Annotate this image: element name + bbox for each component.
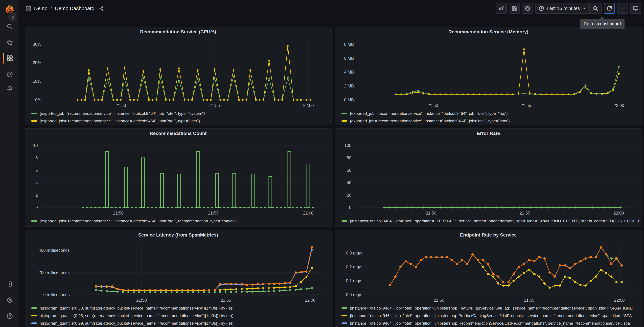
panel-endpoint-rate: Endpoint Rate by Service 0.0 req/s0.1 re… <box>335 230 642 327</box>
legend-series-swatch <box>31 315 37 316</box>
sidebar-item-help[interactable] <box>0 309 19 323</box>
legend: {instance="otelcol:9464", job="otel", op… <box>335 304 642 327</box>
compass-icon <box>6 71 13 78</box>
svg-text:0: 0 <box>349 205 352 210</box>
breadcrumb-page-title[interactable]: Demo Dashboard <box>55 6 94 11</box>
svg-text:22:00: 22:00 <box>303 211 314 215</box>
breadcrumb-separator: / <box>50 6 52 11</box>
svg-text:0.0 req/s: 0.0 req/s <box>346 292 362 297</box>
legend-item[interactable]: {instance="otelcol:9464", job="otel", op… <box>342 217 642 225</box>
time-controls: Last 15 minutes <box>535 3 602 14</box>
sidebar-item-search[interactable] <box>0 20 19 33</box>
chart-svg: 02040608010021:5021:5522:00 <box>336 138 640 217</box>
zoom-out-time-button[interactable] <box>589 3 601 14</box>
svg-text:22:00: 22:00 <box>305 298 316 302</box>
svg-text:22:00: 22:00 <box>614 298 625 302</box>
legend-item[interactable]: {instance="otelcol:9464", job="otel", op… <box>342 320 642 327</box>
legend-item[interactable]: {exported_job="recommendationservice", i… <box>31 217 332 225</box>
panel-title[interactable]: Service Latency (from SpanMetrics) <box>25 230 332 240</box>
sidebar-item-sign-in[interactable] <box>0 277 19 291</box>
svg-text:21:50: 21:50 <box>434 298 444 302</box>
legend-item[interactable]: histogram_quantile(0.99, sum(rate(latenc… <box>31 320 332 327</box>
sign-in-icon <box>6 281 13 288</box>
svg-text:2 MB: 2 MB <box>344 84 354 88</box>
chart[interactable]: 0%10%20%30%21:5021:5522:00 <box>26 37 330 109</box>
chart[interactable]: 024681021:5021:5522:00 <box>26 138 330 217</box>
save-dashboard-button[interactable] <box>509 3 520 14</box>
legend-series-swatch <box>342 120 347 122</box>
breadcrumb: Demo / Demo Dashboard <box>26 6 104 11</box>
refresh-tooltip: Refresh dashboard <box>580 19 624 29</box>
svg-text:20%: 20% <box>33 60 41 65</box>
chart[interactable]: 0.0 req/s0.1 req/s0.2 req/s0.3 req/s21:5… <box>336 240 640 304</box>
add-panel-button[interactable] <box>496 3 507 14</box>
svg-text:21:55: 21:55 <box>208 211 218 215</box>
share-icon[interactable] <box>98 6 104 11</box>
legend-series-label: histogram_quantile(0.99, sum(rate(latenc… <box>40 321 233 326</box>
save-icon <box>511 5 518 12</box>
dashboard-settings-button[interactable] <box>522 3 533 14</box>
dashboard-toolbar: Last 15 minutes <box>496 3 641 14</box>
legend-item[interactable]: {exported_job="recommendationservice", i… <box>342 117 642 125</box>
legend-item[interactable]: {exported_job="recommendationservice", i… <box>342 110 642 117</box>
legend: {exported_job="recommendationservice", i… <box>335 109 642 125</box>
refresh-icon <box>606 5 612 12</box>
panel-title[interactable]: Error Rate <box>335 128 642 138</box>
sidebar-item-configuration[interactable] <box>0 294 19 307</box>
svg-text:0.2 req/s: 0.2 req/s <box>346 264 362 269</box>
panel-recommendations-count: Recommendations Count 024681021:5021:552… <box>25 128 332 226</box>
sidebar-item-explore[interactable] <box>0 68 19 81</box>
legend-item[interactable]: histogram_quantile(0.95, sum(rate(latenc… <box>31 312 332 320</box>
legend-item[interactable]: histogram_quantile(0.50, sum(rate(latenc… <box>31 304 332 312</box>
zoom-out-icon <box>593 6 598 11</box>
svg-text:2: 2 <box>36 193 38 198</box>
svg-text:22:00: 22:00 <box>303 103 314 108</box>
svg-text:60: 60 <box>347 168 352 172</box>
svg-text:21:50: 21:50 <box>136 298 147 302</box>
svg-text:0%: 0% <box>35 98 41 102</box>
svg-text:21:55: 21:55 <box>220 298 231 302</box>
legend: {instance="otelcol:9464", job="otel", op… <box>335 217 642 225</box>
legend-series-label: {instance="otelcol:9464", job="otel", op… <box>350 321 630 326</box>
breadcrumb-section[interactable]: Demo <box>34 6 48 11</box>
panel-title[interactable]: Recommendation Service (CPU%) <box>25 27 332 37</box>
time-range-picker[interactable]: Last 15 minutes <box>536 3 589 14</box>
clock-icon <box>538 6 544 11</box>
svg-text:80: 80 <box>347 156 352 160</box>
legend-series-label: {exported_job="recommendationservice", i… <box>350 111 508 116</box>
svg-text:40: 40 <box>347 180 352 185</box>
tv-mode-button[interactable] <box>630 3 641 14</box>
chart[interactable]: 0 MB2 MB4 MB6 MB8 MB21:5021:5522:00 <box>336 37 640 109</box>
legend-item[interactable]: {exported_job="recommendationservice", i… <box>31 117 332 125</box>
svg-text:21:50: 21:50 <box>113 211 124 215</box>
svg-text:0.3 req/s: 0.3 req/s <box>346 250 362 255</box>
chart[interactable]: 0 milliseconds200 milliseconds400 millis… <box>26 240 330 304</box>
chart-svg: 0 MB2 MB4 MB6 MB8 MB21:5021:5522:00 <box>336 37 640 109</box>
legend-series-swatch <box>31 322 37 324</box>
legend-item[interactable]: {instance="otelcol:9464", job="otel", op… <box>342 312 642 320</box>
legend-series-label: histogram_quantile(0.50, sum(rate(latenc… <box>40 306 233 310</box>
svg-text:400 milliseconds: 400 milliseconds <box>38 248 70 253</box>
refresh-interval-dropdown[interactable] <box>617 3 628 14</box>
panel-service-latency: Service Latency (from SpanMetrics) 0 mil… <box>25 230 332 327</box>
svg-text:21:50: 21:50 <box>428 103 438 108</box>
sidebar-expand-button[interactable] <box>8 12 18 22</box>
legend-series-swatch <box>342 322 347 324</box>
panel-title[interactable]: Endpoint Rate by Service <box>335 230 642 240</box>
chart[interactable]: 02040608010021:5021:5522:00 <box>336 138 640 217</box>
panel-title[interactable]: Recommendations Count <box>25 128 332 138</box>
refresh-dashboard-button[interactable] <box>604 3 615 14</box>
svg-text:0: 0 <box>36 205 38 210</box>
sidebar-item-alerting[interactable] <box>0 82 19 95</box>
search-icon <box>6 23 13 30</box>
help-icon <box>6 313 13 320</box>
legend-series-swatch <box>342 307 347 309</box>
sidebar-item-dashboards[interactable] <box>0 52 19 65</box>
panel-cpu: Recommendation Service (CPU%) 0%10%20%30… <box>25 27 332 125</box>
legend-item[interactable]: {instance="otelcol:9464", job="otel", op… <box>342 304 642 312</box>
legend-series-label: {exported_job="recommendationservice", i… <box>40 111 205 116</box>
sidebar-item-starred[interactable] <box>0 36 19 49</box>
legend-item[interactable]: {exported_job="recommendationservice", i… <box>31 110 332 117</box>
svg-text:21:55: 21:55 <box>209 103 220 108</box>
svg-text:0.1 req/s: 0.1 req/s <box>346 278 362 283</box>
